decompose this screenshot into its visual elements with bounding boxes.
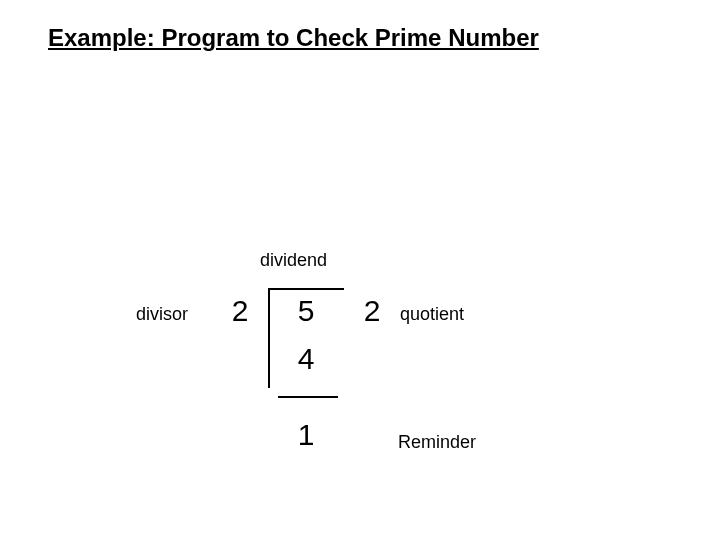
value-quotient: 2 <box>352 294 392 328</box>
division-bracket-vertical <box>268 288 270 388</box>
value-multiple: 4 <box>286 342 326 376</box>
label-quotient: quotient <box>400 304 464 325</box>
value-remainder: 1 <box>286 418 326 452</box>
subtraction-line <box>278 396 338 398</box>
value-divisor: 2 <box>220 294 260 328</box>
page-title: Example: Program to Check Prime Number <box>48 24 539 52</box>
page: Example: Program to Check Prime Number d… <box>0 0 720 540</box>
label-divisor: divisor <box>136 304 188 325</box>
division-bracket-horizontal <box>268 288 344 290</box>
value-dividend: 5 <box>286 294 326 328</box>
label-reminder: Reminder <box>398 432 476 453</box>
label-dividend: dividend <box>260 250 327 271</box>
